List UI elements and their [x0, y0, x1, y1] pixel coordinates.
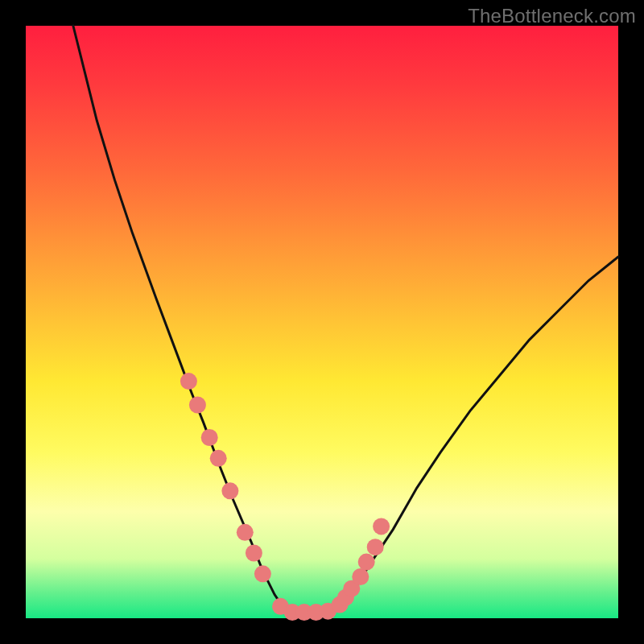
marker-dot [180, 373, 197, 390]
marker-dot [367, 539, 384, 555]
marker-dot [352, 568, 369, 585]
chart-svg [26, 26, 618, 618]
bottleneck-curve [73, 26, 618, 618]
marker-dot [189, 397, 206, 414]
marker-dot [254, 565, 271, 582]
marker-dot [237, 524, 254, 541]
marker-dot [373, 518, 390, 535]
marker-dot [246, 545, 262, 562]
marker-dot [221, 482, 238, 499]
marker-dot [201, 429, 218, 446]
marker-dot [358, 554, 375, 571]
watermark-text: TheBottleneck.com [468, 5, 636, 27]
marker-group [180, 373, 390, 621]
marker-dot [210, 450, 227, 467]
chart-frame: TheBottleneck.com [0, 0, 644, 644]
plot-area [26, 26, 618, 618]
